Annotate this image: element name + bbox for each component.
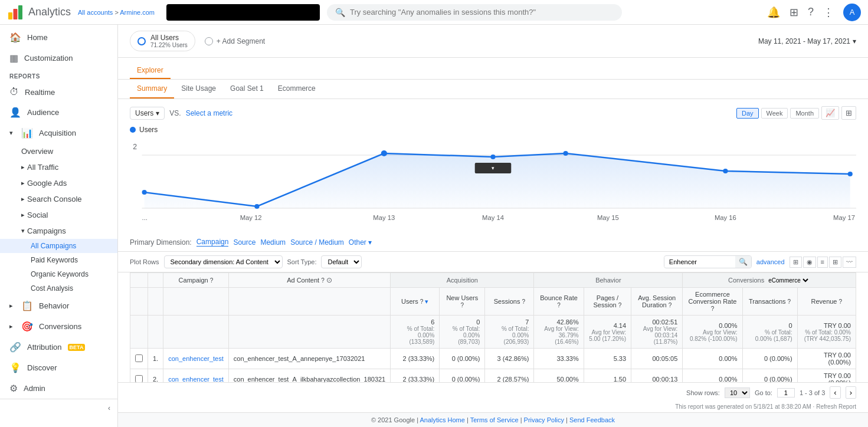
sidebar-item-audience[interactable]: 👤 Audience <box>0 102 117 123</box>
th-conv-rate[interactable]: Ecommerce Conversion Rate ? <box>683 288 742 316</box>
plot-rows-button[interactable]: Plot Rows <box>130 258 159 265</box>
apps-icon[interactable]: ⊞ <box>790 6 798 19</box>
th-pages-session[interactable]: Pages / Session ? <box>584 288 631 316</box>
select-metric-link[interactable]: Select a metric <box>186 109 232 117</box>
svg-text:May 15: May 15 <box>597 214 619 221</box>
th-revenue[interactable]: Revenue ? <box>797 288 856 316</box>
th-ad-content[interactable]: Ad Content ? ⊙ <box>228 273 390 288</box>
help-icon[interactable]: ? <box>808 6 814 18</box>
dim-medium-link[interactable]: Medium <box>260 238 286 247</box>
sidebar-item-campaigns[interactable]: ▾ Campaigns <box>0 223 117 239</box>
pivot-view-button[interactable]: ⊞ <box>829 257 841 268</box>
table-search-input[interactable] <box>664 257 735 267</box>
legend-dot <box>130 127 136 133</box>
sidebar-item-paid-keywords[interactable]: Paid Keywords <box>0 253 117 267</box>
pie-view-button[interactable]: ◉ <box>803 257 816 268</box>
sidebar-item-search-console[interactable]: ▸ Search Console <box>0 191 117 207</box>
show-rows-select[interactable]: 10 <box>725 387 750 398</box>
scatter-chart-button[interactable]: ⊞ <box>841 106 856 120</box>
sidebar-item-google-ads[interactable]: ▸ Google Ads <box>0 175 117 191</box>
th-new-users[interactable]: New Users ? <box>440 288 485 316</box>
svg-text:...: ... <box>142 214 148 221</box>
sidebar-item-organic-keywords[interactable]: Organic Keywords <box>0 267 117 281</box>
go-to-input[interactable] <box>777 388 795 398</box>
feedback-link[interactable]: Send Feedback <box>569 416 615 423</box>
sidebar-item-acquisition[interactable]: ▾ 📊 Acquisition <box>0 123 117 143</box>
tab-goal-set-1[interactable]: Goal Set 1 <box>223 80 271 98</box>
month-button[interactable]: Month <box>790 108 819 119</box>
breadcrumb-account[interactable]: Armine.com <box>120 9 155 16</box>
conversions-type-select[interactable]: eCommerce <box>766 277 810 284</box>
row1-checkbox[interactable] <box>135 354 143 362</box>
breadcrumb-all-accounts[interactable]: All accounts <box>78 9 113 16</box>
terms-link[interactable]: Terms of Service <box>470 416 519 423</box>
add-segment-button[interactable]: + Add Segment <box>205 37 265 45</box>
sort-type-select[interactable]: Default <box>321 255 362 268</box>
row1-campaign[interactable]: con_enhencer_test <box>163 349 229 369</box>
sidebar-cost-analysis-label: Cost Analysis <box>31 284 73 293</box>
day-button[interactable]: Day <box>736 108 759 119</box>
grid-view-button[interactable]: ⊞ <box>790 257 802 268</box>
total-avg-session: 00:02:51 <box>636 318 677 326</box>
sidebar-item-home[interactable]: 🏠 Home <box>0 27 117 48</box>
row2-campaign[interactable]: con_enhencer_test <box>163 369 229 383</box>
line-chart-button[interactable]: 📈 <box>821 106 839 120</box>
sidebar-item-admin[interactable]: ⚙ Admin <box>0 378 117 399</box>
table-search-button[interactable]: 🔍 <box>735 256 751 268</box>
notification-icon[interactable]: 🔔 <box>767 6 780 19</box>
sidebar-item-cost-analysis[interactable]: Cost Analysis <box>0 281 117 295</box>
th-conversions-group: Conversions eCommerce <box>683 273 856 288</box>
row1-users: 2 (33.33%) <box>391 349 440 369</box>
lifetime-view-button[interactable]: 〰 <box>843 257 856 268</box>
th-avg-session[interactable]: Avg. Session Duration ? <box>631 288 683 316</box>
sidebar-item-all-traffic[interactable]: ▸ All Traffic <box>0 159 117 175</box>
sidebar-item-all-campaigns[interactable]: All Campaigns <box>0 239 117 253</box>
date-range-label: May 11, 2021 - May 17, 2021 <box>758 37 850 45</box>
comparison-view-button[interactable]: ≡ <box>817 257 828 268</box>
all-users-segment[interactable]: All Users 71.22% Users <box>130 31 195 51</box>
row2-pages-session: 1.50 <box>584 369 631 383</box>
sidebar-item-conversions[interactable]: ▸ 🎯 Conversions <box>0 316 117 337</box>
th-behavior-group: Behavior <box>534 273 683 288</box>
sidebar-item-overview[interactable]: Overview <box>0 143 117 159</box>
row2-checkbox[interactable] <box>135 375 143 383</box>
analytics-home-link[interactable]: Analytics Home <box>420 416 464 423</box>
sidebar-item-discover[interactable]: 💡 Discover <box>0 357 117 378</box>
tab-ecommerce[interactable]: Ecommerce <box>271 80 323 98</box>
dim-other-link[interactable]: Other ▾ <box>349 238 372 247</box>
th-campaign[interactable]: Campaign ? <box>163 273 229 288</box>
th-sessions[interactable]: Sessions ? <box>485 288 534 316</box>
dim-source-medium-link[interactable]: Source / Medium <box>290 238 344 247</box>
sidebar-item-behavior[interactable]: ▸ 📋 Behavior <box>0 295 117 316</box>
date-range-picker[interactable]: May 11, 2021 - May 17, 2021 ▾ <box>758 37 856 45</box>
sidebar-item-social[interactable]: ▸ Social <box>0 207 117 223</box>
sidebar-reports-section: REPORTS <box>0 68 117 82</box>
vs-label: VS. <box>169 109 181 117</box>
secondary-dimension-select[interactable]: Secondary dimension: Ad Content <box>164 255 283 268</box>
week-button[interactable]: Week <box>761 108 788 119</box>
privacy-link[interactable]: Privacy Policy <box>524 416 564 423</box>
explorer-tab[interactable]: Explorer <box>130 63 171 79</box>
dim-campaign-link[interactable]: Campaign <box>196 238 229 247</box>
prev-page-button[interactable]: ‹ <box>830 386 840 399</box>
sidebar-item-realtime[interactable]: ⏱ Realtime <box>0 82 117 102</box>
metric-select[interactable]: Users ▾ <box>130 107 165 120</box>
sidebar-item-customization[interactable]: ▦ Customization <box>0 48 117 68</box>
more-icon[interactable]: ⋮ <box>823 6 834 19</box>
sidebar-collapse-button[interactable]: ‹ <box>0 399 117 417</box>
dim-source-link[interactable]: Source <box>233 238 256 247</box>
th-bounce-rate[interactable]: Bounce Rate ? <box>534 288 584 316</box>
table-controls: Plot Rows Secondary dimension: Ad Conten… <box>118 252 868 272</box>
tab-site-usage[interactable]: Site Usage <box>174 80 223 98</box>
advanced-button[interactable]: advanced <box>756 258 785 265</box>
th-transactions[interactable]: Transactions ? <box>742 288 797 316</box>
row1-bounce-rate: 33.33% <box>534 349 584 369</box>
search-input[interactable] <box>350 8 614 17</box>
th-users[interactable]: Users ? ▾ <box>391 288 440 316</box>
total-revenue-sub: % of Total: 0.00% (TRY 442,035.75) <box>803 329 851 342</box>
sidebar-item-attribution[interactable]: 🔗 Attribution BETA <box>0 337 117 357</box>
avatar[interactable]: A <box>843 4 861 21</box>
next-page-button[interactable]: › <box>846 386 856 399</box>
tab-summary[interactable]: Summary <box>130 80 174 98</box>
table-search: 🔍 <box>664 255 752 268</box>
